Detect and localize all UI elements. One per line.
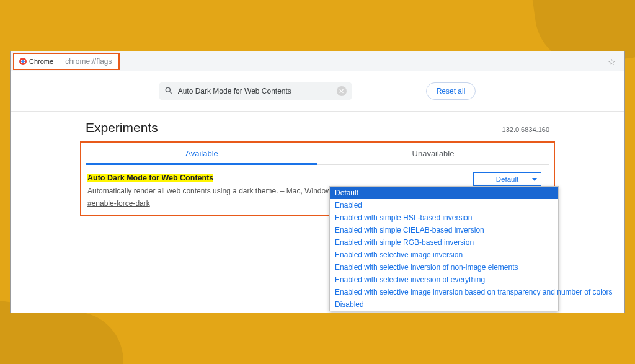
page-title: Experiments bbox=[86, 120, 502, 135]
heading-row: Experiments 132.0.6834.160 bbox=[86, 112, 549, 141]
chrome-label: Chrome bbox=[14, 58, 58, 65]
dropdown-option[interactable]: Disabled bbox=[330, 298, 558, 311]
svg-point-0 bbox=[166, 87, 170, 92]
experiments-area-annotated: Available Unavailable Auto Dark Mode for… bbox=[80, 141, 555, 216]
chrome-icon bbox=[19, 58, 27, 65]
dropdown-option[interactable]: Enabled with simple CIELAB-based inversi… bbox=[330, 224, 558, 236]
dropdown-option[interactable]: Enabled with simple RGB-based inversion bbox=[330, 236, 558, 249]
address-bar: Chrome chrome://flags ☆ bbox=[11, 51, 624, 71]
address-box-annotated: Chrome chrome://flags bbox=[13, 53, 120, 70]
bookmark-star-icon[interactable]: ☆ bbox=[608, 57, 616, 67]
flag-select-value: Default bbox=[496, 175, 518, 183]
page-content: ✕ Reset all Experiments 132.0.6834.160 A… bbox=[11, 71, 624, 216]
dropdown-option[interactable]: Enabled with selective image inversion b… bbox=[330, 286, 558, 298]
flag-row: Auto Dark Mode for Web Contents Automati… bbox=[86, 165, 549, 211]
chrome-label-text: Chrome bbox=[29, 58, 53, 65]
svg-line-1 bbox=[169, 91, 171, 93]
clear-search-icon[interactable]: ✕ bbox=[337, 86, 347, 96]
tab-unavailable[interactable]: Unavailable bbox=[318, 143, 549, 164]
dropdown-option[interactable]: Enabled bbox=[330, 199, 558, 211]
dropdown-option[interactable]: Enabled with simple HSL-based inversion bbox=[330, 211, 558, 224]
browser-window: Chrome chrome://flags ☆ ✕ Reset all Expe… bbox=[10, 51, 625, 313]
address-url[interactable]: chrome://flags bbox=[61, 54, 118, 69]
flags-search-box[interactable]: ✕ bbox=[159, 82, 352, 100]
flag-dropdown: Default Enabled Enabled with simple HSL-… bbox=[329, 186, 559, 311]
dropdown-option[interactable]: Enabled with selective image inversion bbox=[330, 249, 558, 261]
tab-available[interactable]: Available bbox=[86, 143, 318, 165]
reset-all-button[interactable]: Reset all bbox=[426, 82, 476, 100]
flag-select[interactable]: Default bbox=[473, 172, 541, 186]
flag-hash-link[interactable]: #enable-force-dark bbox=[87, 198, 150, 209]
tabs: Available Unavailable bbox=[86, 143, 549, 165]
dropdown-option[interactable]: Enabled with selective inversion of ever… bbox=[330, 273, 558, 286]
dropdown-option[interactable]: Enabled with selective inversion of non-… bbox=[330, 261, 558, 273]
search-row: ✕ Reset all bbox=[11, 82, 624, 112]
chrome-version: 132.0.6834.160 bbox=[502, 126, 549, 133]
search-icon bbox=[164, 86, 173, 97]
search-input[interactable] bbox=[178, 87, 337, 95]
flag-title: Auto Dark Mode for Web Contents bbox=[87, 174, 213, 182]
dropdown-option[interactable]: Default bbox=[330, 187, 558, 199]
